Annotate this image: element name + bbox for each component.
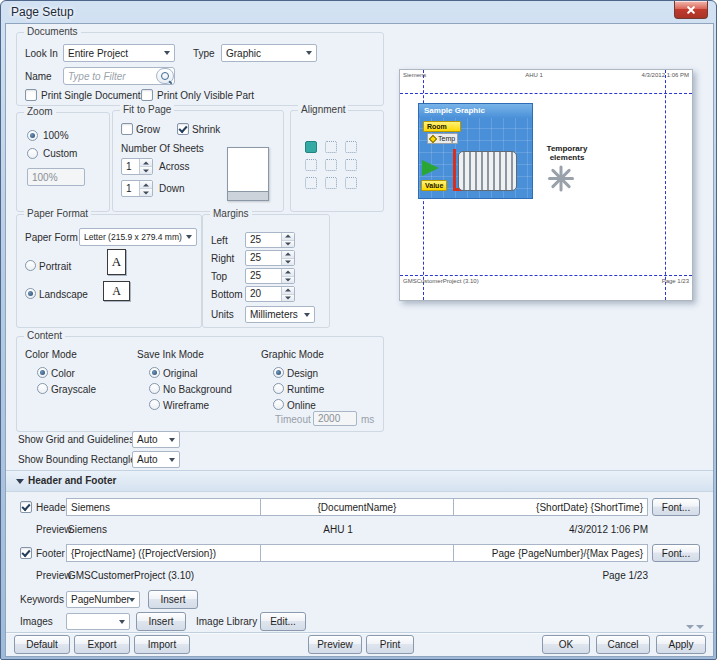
alignment-cell-top-right[interactable] [345, 141, 357, 153]
bottom-margin-guide [400, 275, 692, 276]
close-button[interactable] [674, 1, 708, 19]
runtime-label[interactable]: Runtime [287, 384, 324, 395]
header-center-field[interactable]: {DocumentName} [260, 498, 455, 516]
paper-format-group: Paper Format Paper Form Letter (215.9 x … [16, 214, 202, 328]
type-dropdown[interactable]: Graphic [221, 44, 317, 62]
spinner-down-icon[interactable] [282, 240, 294, 248]
show-bounding-dropdown[interactable]: Auto [132, 451, 180, 468]
grow-label[interactable]: Grow [136, 124, 160, 135]
print-only-visible-part-checkbox[interactable] [141, 89, 153, 101]
apply-button[interactable]: Apply [656, 635, 706, 654]
zoom-100-radio[interactable] [27, 130, 38, 141]
units-value: Millimeters [250, 309, 298, 320]
no-background-label[interactable]: No Background [163, 384, 232, 395]
color-label[interactable]: Color [51, 368, 75, 379]
spinner-down-icon[interactable] [140, 188, 152, 196]
keywords-dropdown[interactable]: PageNumber [66, 591, 140, 608]
margin-bottom-spinner[interactable]: 20 [245, 286, 295, 302]
online-label[interactable]: Online [287, 400, 316, 411]
grow-checkbox[interactable] [121, 123, 133, 135]
header-left-field[interactable]: Siemens [66, 498, 261, 516]
search-button[interactable] [156, 68, 174, 84]
spinner-down-icon[interactable] [282, 276, 294, 284]
paper-form-dropdown[interactable]: Letter (215.9 x 279.4 mm) [79, 228, 197, 246]
print-only-visible-part-label[interactable]: Print Only Visible Part [157, 90, 254, 101]
portrait-radio[interactable] [25, 260, 36, 271]
insert-image-button[interactable]: Insert [136, 612, 186, 631]
grayscale-label[interactable]: Grayscale [51, 384, 96, 395]
alignment-cell-top-left[interactable] [305, 141, 317, 153]
zoom-custom-radio[interactable] [27, 148, 38, 159]
footer-center-field[interactable] [260, 544, 455, 562]
alignment-cell-bottom-right[interactable] [345, 177, 357, 189]
spinner-up-icon[interactable] [140, 159, 152, 166]
online-radio[interactable] [273, 399, 284, 410]
header-label[interactable]: Header [36, 502, 69, 513]
runtime-radio[interactable] [273, 383, 284, 394]
color-radio[interactable] [37, 367, 48, 378]
margin-left-value: 25 [250, 234, 261, 245]
design-label[interactable]: Design [287, 368, 318, 379]
show-grid-label: Show Grid and Guidelines [18, 434, 134, 445]
look-in-dropdown[interactable]: Entire Project [63, 44, 175, 62]
original-radio[interactable] [149, 367, 160, 378]
splitter-grip-icon[interactable] [686, 625, 706, 631]
footer-checkbox[interactable] [20, 547, 32, 559]
import-button[interactable]: Import [134, 635, 190, 654]
footer-label[interactable]: Footer [36, 548, 65, 559]
spinner-buttons [139, 159, 152, 174]
edit-image-library-button[interactable]: Edit... [260, 612, 306, 631]
header-right-field[interactable]: {ShortDate} {ShortTime} [453, 498, 648, 516]
footer-right-field[interactable]: Page {PageNumber}/{Max Pages} [453, 544, 648, 562]
zoom-100-label[interactable]: 100% [43, 130, 69, 141]
no-background-radio[interactable] [149, 383, 160, 394]
header-fields: Siemens {DocumentName} {ShortDate} {Shor… [66, 498, 648, 516]
units-dropdown[interactable]: Millimeters [245, 306, 315, 323]
spinner-down-icon[interactable] [140, 166, 152, 174]
wireframe-label[interactable]: Wireframe [163, 400, 209, 411]
alignment-cell-top-center[interactable] [325, 141, 337, 153]
titlebar[interactable]: Page Setup [1, 1, 716, 23]
print-single-documents-label[interactable]: Print Single Documents [41, 90, 146, 101]
design-radio[interactable] [273, 367, 284, 378]
alignment-cell-bottom-left[interactable] [305, 177, 317, 189]
page-header-left: Siemens [403, 72, 426, 79]
portrait-label[interactable]: Portrait [39, 261, 71, 272]
spinner-up-icon[interactable] [140, 181, 152, 188]
grayscale-radio[interactable] [37, 383, 48, 394]
header-footer-section-header[interactable]: Header and Footer [6, 470, 713, 492]
footer-left-field[interactable]: {ProjectName} ({ProjectVersion}) [66, 544, 261, 562]
original-label[interactable]: Original [163, 368, 197, 379]
print-single-documents-checkbox[interactable] [25, 89, 37, 101]
spinner-down-icon[interactable] [282, 258, 294, 266]
show-grid-dropdown[interactable]: Auto [132, 431, 180, 448]
sheets-across-spinner[interactable]: 1 [121, 158, 153, 175]
print-button[interactable]: Print [366, 635, 414, 654]
wireframe-radio[interactable] [149, 399, 160, 410]
sheets-across-value: 1 [126, 161, 132, 172]
cancel-button[interactable]: Cancel [596, 635, 650, 654]
alignment-cell-middle-left[interactable] [305, 159, 317, 171]
shrink-label[interactable]: Shrink [192, 124, 220, 135]
margin-right-label: Right [211, 253, 234, 264]
alignment-cell-middle-center[interactable] [325, 159, 337, 171]
shrink-checkbox[interactable] [177, 123, 189, 135]
alignment-cell-bottom-center[interactable] [325, 177, 337, 189]
sheets-down-spinner[interactable]: 1 [121, 180, 153, 197]
header-font-button[interactable]: Font... [652, 498, 700, 516]
footer-font-button[interactable]: Font... [652, 544, 700, 562]
margin-left-spinner[interactable]: 25 [245, 232, 295, 248]
landscape-label[interactable]: Landscape [39, 289, 88, 300]
header-checkbox[interactable] [20, 501, 32, 513]
images-dropdown[interactable] [66, 613, 130, 630]
zoom-custom-label[interactable]: Custom [43, 148, 77, 159]
export-button[interactable]: Export [74, 635, 130, 654]
ok-button[interactable]: OK [542, 635, 590, 654]
default-button[interactable]: Default [14, 635, 70, 654]
margin-top-spinner[interactable]: 25 [245, 268, 295, 284]
alignment-cell-middle-right[interactable] [345, 159, 357, 171]
spinner-down-icon[interactable] [282, 294, 294, 302]
preview-button[interactable]: Preview [308, 635, 362, 654]
margin-right-spinner[interactable]: 25 [245, 250, 295, 266]
landscape-radio[interactable] [25, 288, 36, 299]
